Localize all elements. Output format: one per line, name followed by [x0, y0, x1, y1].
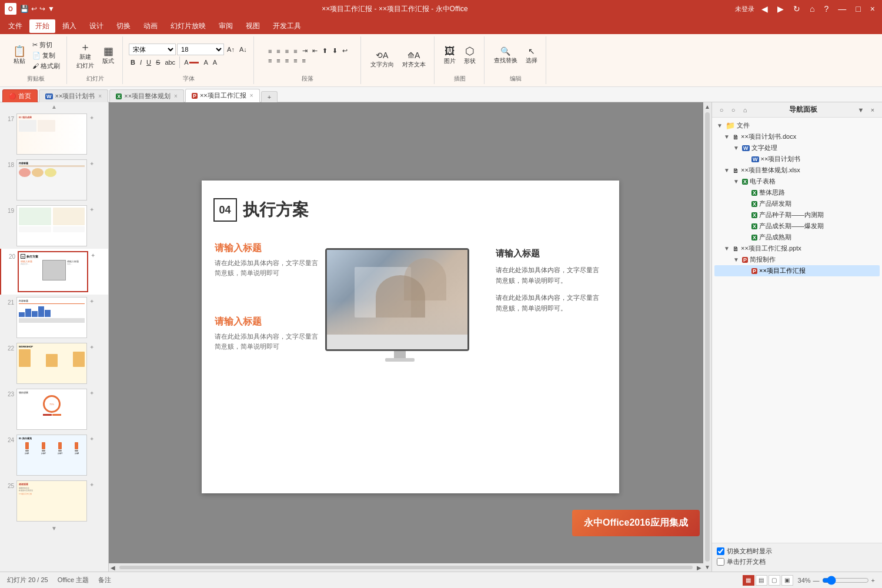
font-name-select[interactable]: 宋体	[129, 44, 176, 55]
ribbon-btn-copy[interactable]: 📄 复制	[31, 51, 62, 61]
menu-animation[interactable]: 动画	[138, 19, 163, 33]
canvas-scroll-up[interactable]: ▲	[703, 102, 711, 111]
view-btn-reading[interactable]: ▣	[781, 575, 793, 586]
zoom-slider[interactable]	[822, 576, 869, 585]
slide-thumb-25[interactable]: 25 谢谢观看 感谢您的关注欢迎提出宝贵意见 ××项目工作汇报 ✦	[0, 478, 108, 524]
font-spacing-btn[interactable]: A	[211, 58, 219, 66]
win-btn-close[interactable]: ×	[868, 4, 877, 14]
tree-item-excel-1[interactable]: X 整体思路	[714, 187, 880, 198]
slide-thumb-23[interactable]: 23 项目进展 75% ✦	[0, 386, 108, 432]
left-heading-1[interactable]: 请输入标题	[215, 242, 323, 255]
ribbon-btn-textalign[interactable]: ⟰A 对齐文本	[399, 48, 429, 71]
slide-thumb-17[interactable]: 17 03 项目成果 ✦	[0, 111, 108, 157]
font-highlight-btn[interactable]: A	[202, 58, 209, 66]
col-btn[interactable]: ≡	[292, 56, 299, 65]
menu-transition[interactable]: 切换	[111, 19, 136, 33]
align-top-btn[interactable]: ≡	[266, 56, 273, 65]
line-space-btn[interactable]: ≡	[300, 56, 308, 65]
font-color-btn[interactable]: A	[182, 58, 201, 66]
canvas-hscroll-thumb[interactable]	[119, 566, 693, 569]
win-btn-refresh[interactable]: ↻	[791, 4, 803, 14]
align-center-btn[interactable]: ≡	[275, 47, 282, 55]
tree-toggle-ppt[interactable]: ▼	[733, 256, 740, 263]
align-justify-btn[interactable]: ≡	[292, 47, 299, 55]
nav-check-switch-input[interactable]	[717, 547, 724, 555]
tab-home[interactable]: 🔴 首页	[2, 89, 38, 102]
nav-pin-btn[interactable]: ▼	[856, 105, 866, 115]
tab-plan-close[interactable]: ×	[98, 93, 102, 99]
tab-report-close[interactable]: ×	[250, 92, 253, 99]
align-bottom-btn[interactable]: ≡	[283, 56, 290, 65]
tree-item-excel-5[interactable]: X 产品成熟期	[714, 232, 880, 243]
zoom-in-btn[interactable]: +	[871, 577, 875, 584]
view-btn-outline[interactable]: ▤	[756, 575, 767, 586]
bold-btn[interactable]: B	[129, 58, 137, 66]
win-btn-minimize[interactable]: —	[836, 4, 848, 14]
align-right-btn[interactable]: ≡	[283, 47, 290, 55]
tree-item-word-doc[interactable]: ▷ W ××项目计划书	[714, 153, 880, 165]
tab-project-plan2[interactable]: X ××项目整体规划 ×	[109, 89, 184, 102]
tree-toggle-pptx[interactable]: ▼	[724, 245, 731, 252]
tree-toggle-file[interactable]: ▼	[717, 122, 724, 129]
ribbon-btn-find[interactable]: 🔍 查找替换	[490, 44, 521, 67]
menu-slideshow[interactable]: 幻灯片放映	[165, 19, 212, 33]
slide-panel[interactable]: ▲ 17 03 项目成果 ✦ 18 内容标题	[0, 102, 109, 572]
win-btn-restore[interactable]: □	[853, 4, 863, 14]
right-body-1[interactable]: 请在此处添加具体内容，文字尽量言简意赅，简单说明即可。	[496, 265, 604, 286]
menu-view[interactable]: 视图	[240, 19, 266, 33]
left-body-1[interactable]: 请在此处添加具体内容，文字尽量言简意赅，简单说明即可	[215, 258, 323, 278]
text-shadow-btn[interactable]: abc	[163, 58, 177, 66]
quick-undo-icon[interactable]: ↩	[31, 5, 37, 13]
indent-more-btn[interactable]: ⇥	[300, 46, 309, 55]
font-size-select[interactable]: 18	[177, 44, 224, 55]
quick-save-icon[interactable]: 💾	[20, 5, 29, 13]
strikethrough-btn[interactable]: S	[154, 58, 162, 66]
nav-check-open-input[interactable]	[717, 558, 724, 566]
ribbon-btn-picture[interactable]: 🖼 图片	[440, 44, 459, 68]
ribbon-btn-textdir[interactable]: ⟲A 文字方向	[367, 48, 397, 71]
left-body-2[interactable]: 请在此处添加具体内容，文字尽量言简意赅，简单说明即可	[215, 332, 323, 351]
canvas-scroll-left[interactable]: ◀	[109, 564, 117, 571]
tree-item-word[interactable]: ▼ W 文字处理	[714, 142, 880, 153]
tree-item-ppt-doc[interactable]: P ××项目工作汇报	[714, 265, 880, 276]
align-mid-btn[interactable]: ≡	[275, 56, 282, 65]
slide-thumb-18[interactable]: 18 内容标题 ✦	[0, 157, 108, 203]
view-btn-normal[interactable]: ▦	[743, 575, 754, 586]
tree-toggle-xlsx[interactable]: ▼	[724, 167, 731, 173]
tree-item-excel-2[interactable]: X 产品研发期	[714, 198, 880, 209]
canvas-scroll-right[interactable]: ▶	[695, 564, 703, 571]
slide-scroll-down[interactable]: ▼	[0, 524, 108, 533]
win-btn-forward[interactable]: ▶	[775, 4, 786, 14]
menu-file[interactable]: 文件	[2, 19, 28, 33]
view-btn-slide[interactable]: ▢	[769, 575, 780, 586]
slide-thumb-21[interactable]: 21 内容标题 ✦	[0, 295, 108, 340]
ribbon-btn-format-brush[interactable]: 🖌 格式刷	[31, 61, 62, 71]
slide-scroll-up[interactable]: ▲	[0, 102, 108, 111]
canvas-scroll-down[interactable]: ▼	[703, 563, 711, 572]
tree-toggle-excel[interactable]: ▼	[733, 178, 740, 185]
slide-thumb-19[interactable]: 19 ✦	[0, 203, 108, 249]
ribbon-btn-layout[interactable]: ▦ 版式	[99, 44, 118, 68]
tab-project-plan[interactable]: W ××项目计划书 ×	[39, 89, 108, 102]
tree-item-excel[interactable]: ▼ X 电子表格	[714, 176, 880, 187]
ribbon-btn-new-slide[interactable]: ＋ 新建 幻灯片	[73, 39, 98, 72]
ribbon-btn-shape[interactable]: ⬡ 形状	[460, 44, 479, 68]
left-heading-2[interactable]: 请输入标题	[215, 316, 323, 328]
slide-main-title[interactable]: 执行方案	[243, 199, 309, 221]
tree-item-excel-4[interactable]: X 产品成长期——爆发期	[714, 220, 880, 232]
win-btn-home[interactable]: ⌂	[807, 4, 817, 14]
direction-btn[interactable]: ↩	[340, 46, 349, 55]
menu-review[interactable]: 审阅	[213, 19, 239, 33]
align-left-btn[interactable]: ≡	[266, 47, 273, 55]
nav-close-btn[interactable]: ×	[868, 105, 877, 115]
tree-toggle-docx[interactable]: ▼	[724, 133, 731, 140]
font-grow-btn[interactable]: A↑	[225, 45, 236, 54]
nav-btn-home[interactable]: ⌂	[740, 105, 750, 115]
slide-thumb-20[interactable]: 20 04 执行方案 请输入标题 内容文字... 请输入标题	[0, 249, 108, 295]
tab-new[interactable]: +	[261, 91, 278, 102]
tree-item-ppt[interactable]: ▼ P 简报制作	[714, 254, 880, 265]
ribbon-btn-select[interactable]: ↖ 选择	[522, 44, 541, 67]
nav-btn-2[interactable]: ○	[729, 105, 738, 115]
ribbon-btn-cut[interactable]: ✂ 剪切	[31, 40, 62, 50]
tree-item-docx[interactable]: ▼ 🗎 ××项目计划书.docx	[714, 131, 880, 142]
